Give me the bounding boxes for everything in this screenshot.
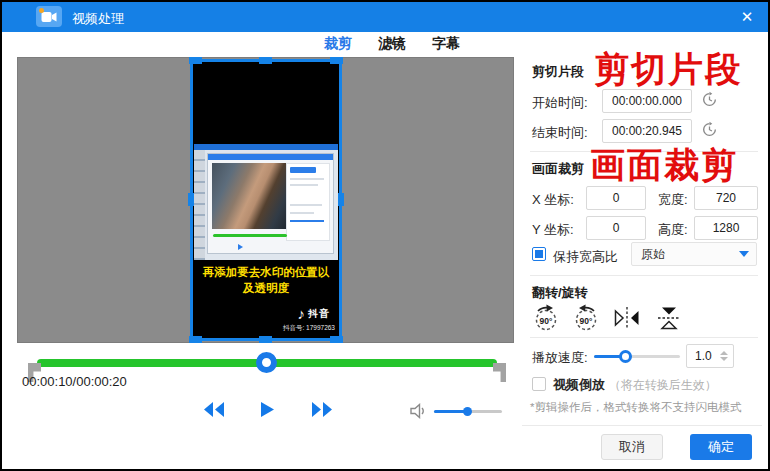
inner-window-titlebar bbox=[194, 144, 338, 150]
footer-divider bbox=[522, 425, 762, 426]
crop-handle-top-right[interactable] bbox=[330, 57, 343, 64]
inner-slider-line bbox=[290, 220, 324, 222]
inner-play-icon bbox=[238, 244, 243, 250]
inner-thumbnail-list bbox=[194, 150, 205, 260]
tiktok-id-text: 抖音号: 17997263 bbox=[283, 324, 335, 333]
x-coord-input[interactable] bbox=[586, 186, 646, 210]
start-time-input[interactable] bbox=[602, 89, 692, 113]
flip-horizontal-button[interactable] bbox=[611, 302, 643, 334]
chevron-down-icon bbox=[739, 251, 749, 257]
app-icon-dot bbox=[39, 8, 44, 13]
inner-side-panel bbox=[286, 163, 330, 241]
rotate-ccw-button[interactable]: 90° bbox=[570, 302, 602, 334]
speed-spinner[interactable] bbox=[720, 351, 733, 361]
window-title: 视频处理 bbox=[72, 10, 124, 28]
height-input[interactable] bbox=[694, 216, 758, 240]
volume-thumb[interactable] bbox=[463, 407, 472, 416]
spinner-down-icon[interactable] bbox=[720, 357, 728, 361]
rotate-ccw-icon: 90° bbox=[570, 302, 602, 334]
inner-text-line bbox=[290, 178, 324, 180]
inner-text-line bbox=[290, 184, 318, 186]
x-coord-label: X 坐标: bbox=[532, 191, 574, 209]
end-time-label: 结束时间: bbox=[532, 124, 588, 142]
reverse-video-label: 视频倒放 bbox=[553, 377, 605, 392]
inner-dialog-titlebar bbox=[208, 154, 333, 160]
crop-handle-bottom-right[interactable] bbox=[330, 336, 343, 343]
rewind-button[interactable] bbox=[202, 401, 226, 422]
inner-text-line bbox=[290, 204, 322, 206]
reverse-video-row: 视频倒放 （将在转换后生效） bbox=[553, 376, 717, 394]
spinner-up-icon[interactable] bbox=[720, 351, 728, 355]
start-time-label: 开始时间: bbox=[532, 94, 588, 112]
svg-text:90°: 90° bbox=[540, 316, 553, 326]
tiktok-label: 抖音 bbox=[308, 307, 330, 321]
aspect-ratio-value: 原始 bbox=[632, 246, 739, 263]
volume-icon[interactable] bbox=[410, 403, 428, 423]
dialog-window: 视频处理 ✕ 裁剪 滤镜 字幕 bbox=[2, 2, 768, 469]
rotate-cw-icon: 90° bbox=[530, 302, 562, 334]
trim-handle-right[interactable] bbox=[493, 363, 506, 382]
play-icon bbox=[260, 401, 275, 418]
keep-aspect-label: 保持宽高比 bbox=[553, 248, 618, 266]
end-time-input[interactable] bbox=[602, 119, 692, 143]
tiktok-note-icon: ♪ bbox=[298, 305, 306, 322]
crop-handle-mid-right[interactable] bbox=[337, 193, 344, 206]
lightning-mode-note: *剪辑操作后，格式转换将不支持闪电模式 bbox=[530, 400, 741, 415]
tab-filter[interactable]: 滤镜 bbox=[378, 35, 406, 53]
video-frame-screenshot bbox=[194, 144, 338, 260]
section-divider bbox=[530, 151, 758, 152]
rotate-cw-button[interactable]: 90° bbox=[530, 302, 562, 334]
svg-text:90°: 90° bbox=[580, 316, 593, 326]
crop-selection-box[interactable]: 再添加要去水印的位置以 及透明度 ♪ 抖音 抖音号: 17997263 bbox=[190, 59, 342, 341]
inner-progress-bar bbox=[213, 234, 287, 237]
rewind-icon bbox=[202, 401, 226, 418]
reverse-video-checkbox[interactable] bbox=[532, 377, 546, 391]
crop-handle-top-left[interactable] bbox=[189, 57, 202, 64]
y-coord-label: Y 坐标: bbox=[532, 221, 574, 239]
speed-slider-handle[interactable] bbox=[619, 350, 632, 363]
crop-handle-bottom-center[interactable] bbox=[259, 336, 272, 343]
reverse-video-hint: （将在转换后生效） bbox=[609, 378, 717, 392]
width-input[interactable] bbox=[694, 186, 758, 210]
cut-section-title: 剪切片段 bbox=[532, 63, 584, 81]
tab-subtitle[interactable]: 字幕 bbox=[432, 35, 460, 53]
time-position-text: 00:00:10/00:00:20 bbox=[22, 374, 127, 389]
end-time-reset-icon[interactable] bbox=[701, 121, 718, 142]
speed-value: 1.0 bbox=[687, 349, 720, 363]
width-label: 宽度: bbox=[658, 191, 688, 209]
rotate-section-title: 翻转/旋转 bbox=[532, 284, 588, 302]
crop-section-title: 画面裁剪 bbox=[532, 160, 584, 178]
aspect-ratio-dropdown[interactable]: 原始 bbox=[631, 242, 757, 266]
crop-handle-bottom-left[interactable] bbox=[189, 336, 202, 343]
height-label: 高度: bbox=[658, 221, 688, 239]
crop-handle-top-center[interactable] bbox=[259, 57, 272, 64]
playhead-handle[interactable] bbox=[256, 352, 277, 373]
keep-aspect-checkbox[interactable] bbox=[532, 247, 546, 261]
annotation-crop-section: 画面裁剪 bbox=[590, 142, 738, 189]
inner-text-line bbox=[290, 212, 314, 214]
speed-label: 播放速度: bbox=[532, 349, 588, 367]
fast-forward-button[interactable] bbox=[310, 401, 334, 422]
tab-bar: 裁剪 滤镜 字幕 bbox=[324, 35, 460, 53]
tiktok-logo: ♪ 抖音 bbox=[298, 305, 331, 322]
close-icon[interactable]: ✕ bbox=[734, 5, 760, 29]
video-process-dialog: 视频处理 ✕ 裁剪 滤镜 字幕 bbox=[0, 0, 770, 471]
cancel-button[interactable]: 取消 bbox=[601, 434, 663, 460]
annotation-cut-section: 剪切片段 bbox=[594, 46, 742, 93]
speed-value-box[interactable]: 1.0 bbox=[686, 344, 734, 368]
video-preview-area: 再添加要去水印的位置以 及透明度 ♪ 抖音 抖音号: 17997263 bbox=[17, 57, 514, 343]
inner-blue-button bbox=[290, 167, 316, 173]
y-coord-input[interactable] bbox=[586, 216, 646, 240]
section-divider bbox=[530, 337, 758, 338]
confirm-button[interactable]: 确定 bbox=[690, 434, 752, 460]
video-caption: 再添加要去水印的位置以 及透明度 bbox=[193, 265, 339, 296]
app-icon bbox=[36, 6, 62, 27]
start-time-reset-icon[interactable] bbox=[701, 91, 718, 112]
title-bar: 视频处理 ✕ bbox=[2, 2, 768, 32]
flip-vertical-button[interactable] bbox=[653, 302, 685, 334]
tab-crop[interactable]: 裁剪 bbox=[324, 35, 352, 53]
video-camera-icon bbox=[41, 11, 57, 23]
flip-vertical-icon bbox=[653, 302, 685, 334]
inner-dialog bbox=[207, 153, 334, 254]
play-button[interactable] bbox=[260, 401, 275, 422]
